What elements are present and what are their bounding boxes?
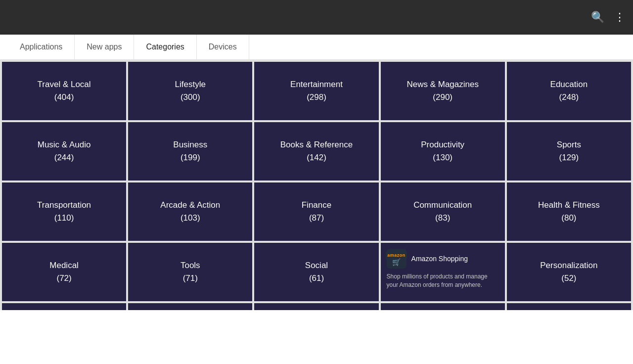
category-name: Music & Audio	[38, 140, 91, 150]
category-card[interactable]: Business (199)	[128, 122, 252, 181]
category-name: Education	[550, 80, 588, 90]
tab-applications[interactable]: Applications	[8, 35, 75, 59]
ad-app-name: Amazon Shopping	[411, 255, 468, 263]
category-card[interactable]: Finance (87)	[254, 182, 378, 241]
category-name: Communication	[413, 200, 472, 210]
category-count: (300)	[181, 92, 200, 102]
category-name: Sports	[557, 140, 581, 150]
category-card[interactable]: Lifestyle (300)	[128, 62, 252, 120]
tab-categories[interactable]: Categories	[134, 35, 196, 59]
category-card[interactable]: Tools (71)	[128, 243, 252, 301]
category-count: (248)	[559, 92, 579, 102]
category-card[interactable]: Communication (83)	[381, 182, 505, 241]
category-card[interactable]: News & Magazines (290)	[381, 62, 505, 120]
category-count: (129)	[559, 153, 579, 163]
category-name: Productivity	[421, 140, 464, 150]
ad-header: amazon 🛒 Amazon Shopping	[387, 249, 468, 269]
category-count: (103)	[181, 213, 200, 223]
category-name: Finance	[302, 200, 331, 210]
category-card[interactable]: Music & Audio (244)	[2, 122, 126, 181]
amazon-ad-card[interactable]: amazon 🛒 Amazon Shopping Shop millions o…	[381, 243, 505, 301]
category-name: Travel & Local	[38, 80, 91, 90]
category-card[interactable]: Books & Reference (142)	[254, 122, 378, 181]
category-count: (71)	[183, 273, 198, 283]
ad-description: Shop millions of products and manage you…	[387, 273, 499, 289]
category-name: Arcade & Action	[160, 200, 220, 210]
category-count: (72)	[56, 273, 71, 283]
category-name: Health & Fitness	[538, 200, 600, 210]
tab-devices[interactable]: Devices	[197, 35, 249, 59]
category-count: (199)	[181, 153, 200, 163]
category-count: (110)	[54, 213, 74, 223]
partial-row	[0, 303, 633, 310]
category-name: Business	[173, 140, 207, 150]
category-name: Tools	[181, 261, 200, 271]
category-card[interactable]: Education (248)	[507, 62, 631, 120]
category-count: (290)	[433, 92, 452, 102]
header: 🔍 ⋮	[0, 0, 633, 35]
category-count: (404)	[54, 92, 74, 102]
category-card[interactable]: Health & Fitness (80)	[507, 182, 631, 241]
category-count: (244)	[54, 153, 74, 163]
category-count: (83)	[435, 213, 450, 223]
category-name: Books & Reference	[280, 140, 353, 150]
category-card[interactable]: Social (61)	[254, 243, 378, 301]
category-card[interactable]: Medical (72)	[2, 243, 126, 301]
category-count: (142)	[307, 153, 326, 163]
category-name: Social	[305, 261, 328, 271]
category-count: (298)	[307, 92, 326, 102]
category-name: Entertainment	[290, 80, 343, 90]
category-count: (87)	[309, 213, 324, 223]
category-card[interactable]: Arcade & Action (103)	[128, 182, 252, 241]
category-card[interactable]: Transportation (110)	[2, 182, 126, 241]
category-name: News & Magazines	[407, 80, 479, 90]
bottom-row: Medical (72) Tools (71) Social (61) amaz…	[0, 243, 633, 303]
category-name: Personalization	[540, 261, 597, 271]
category-name: Lifestyle	[175, 80, 206, 90]
category-card[interactable]: Travel & Local (404)	[2, 62, 126, 120]
category-count: (61)	[309, 273, 324, 283]
tab-new-apps[interactable]: New apps	[75, 35, 134, 59]
category-card[interactable]: Sports (129)	[507, 122, 631, 181]
nav-tabs: Applications New apps Categories Devices	[0, 35, 633, 60]
category-name: Transportation	[37, 200, 91, 210]
amazon-icon: amazon 🛒	[387, 249, 407, 269]
category-card[interactable]: Personalization (52)	[507, 243, 631, 301]
search-icon[interactable]: 🔍	[591, 11, 604, 24]
category-count: (52)	[561, 273, 576, 283]
country-flag	[8, 6, 30, 28]
category-grid: Travel & Local (404) Lifestyle (300) Ent…	[0, 60, 633, 243]
category-count: (80)	[561, 213, 576, 223]
category-count: (130)	[433, 153, 452, 163]
category-card[interactable]: Entertainment (298)	[254, 62, 378, 120]
header-actions: 🔍 ⋮	[591, 11, 625, 24]
category-name: Medical	[49, 261, 79, 271]
category-card[interactable]: Productivity (130)	[381, 122, 505, 181]
more-options-icon[interactable]: ⋮	[614, 11, 625, 24]
